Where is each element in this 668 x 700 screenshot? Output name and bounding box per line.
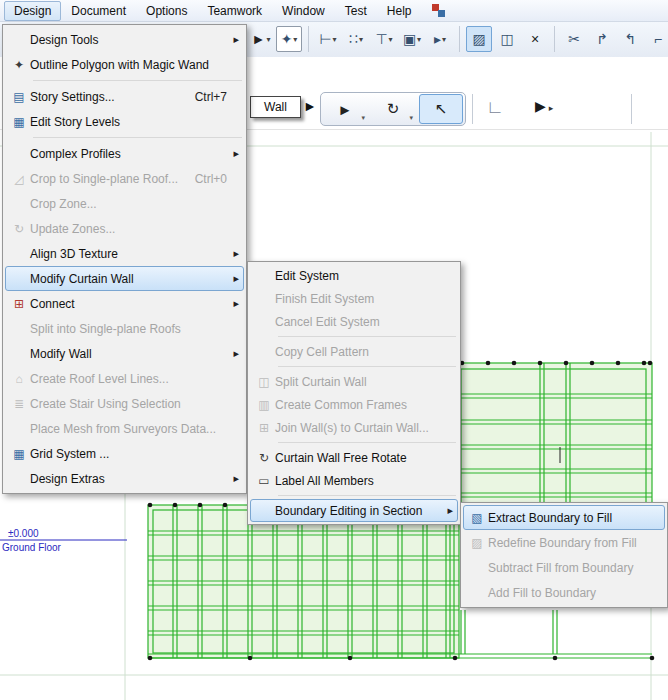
split-tool-button[interactable]: ✂ xyxy=(561,26,587,52)
menu-item-crop-single-plane-roof[interactable]: ◿ Crop to Single-plane Roof... Ctrl+0 xyxy=(5,166,244,191)
menu-item-label: Curtain Wall Free Rotate xyxy=(275,451,407,465)
marker-icon: ⊤ xyxy=(375,31,387,47)
menu-options[interactable]: Options xyxy=(136,1,197,21)
corner-tool-button[interactable]: ⌐ xyxy=(645,26,668,52)
menu-item-label: Split into Single-plane Roofs xyxy=(30,322,181,336)
design-menu: Design Tools ✦ Outline Polygon with Magi… xyxy=(2,24,247,494)
menu-item-label: Connect xyxy=(30,297,75,311)
menu-separator xyxy=(278,495,456,496)
menu-item-label: Story Settings... xyxy=(30,90,115,104)
select-tool-button[interactable]: ► xyxy=(248,26,274,52)
common-frames-icon: ▥ xyxy=(253,398,275,412)
pick-tool-button[interactable]: ↖ xyxy=(419,94,463,124)
menu-item-complex-profiles[interactable]: Complex Profiles xyxy=(5,141,244,166)
menu-item-create-stair[interactable]: ≣ Create Stair Using Selection xyxy=(5,391,244,416)
toolbar-separator xyxy=(459,26,460,52)
more-tool-button[interactable]: ▸ xyxy=(427,26,453,52)
menu-item-label: Align 3D Texture xyxy=(30,247,118,261)
menu-design[interactable]: Design xyxy=(4,1,61,21)
menu-item-boundary-editing-in-section[interactable]: Boundary Editing in Section xyxy=(250,499,458,522)
play-button[interactable]: ▶ xyxy=(535,98,553,114)
menu-item-add-fill-to-boundary[interactable]: Add Fill to Boundary xyxy=(463,580,665,605)
pick-arrow-icon: ↖ xyxy=(435,100,448,118)
teamwork-status-icon[interactable] xyxy=(432,4,445,17)
menu-item-join-walls[interactable]: ⊞ Join Wall(s) to Curtain Wall... xyxy=(250,416,458,439)
menu-item-label: Copy Cell Pattern xyxy=(275,345,369,359)
menu-item-cancel-edit-system[interactable]: Cancel Edit System xyxy=(250,310,458,333)
angle-ref-button[interactable]: ∟ xyxy=(486,97,504,118)
menu-item-copy-cell-pattern[interactable]: Copy Cell Pattern xyxy=(250,340,458,363)
wall-tool-tag[interactable]: Wall xyxy=(250,96,301,118)
menu-item-create-roof-level-lines[interactable]: ⌂ Create Roof Level Lines... xyxy=(5,366,244,391)
menu-item-crop-zone[interactable]: Crop Zone... xyxy=(5,191,244,216)
modify-curtain-wall-submenu: Edit System Finish Edit System Cancel Ed… xyxy=(247,261,461,525)
menu-window[interactable]: Window xyxy=(272,1,335,21)
rotate-tool-button[interactable]: ↻ xyxy=(371,94,415,124)
menu-item-design-tools[interactable]: Design Tools xyxy=(5,27,244,52)
menu-item-label: Edit Story Levels xyxy=(30,115,120,129)
menu-item-label: Cancel Edit System xyxy=(275,315,380,329)
menu-item-redefine-boundary-from-fill[interactable]: ▨ Redefine Boundary from Fill xyxy=(463,530,665,555)
menu-item-split-single-plane-roofs[interactable]: Split into Single-plane Roofs xyxy=(5,316,244,341)
menu-item-extract-boundary-to-fill[interactable]: ▧ Extract Boundary to Fill xyxy=(463,505,665,530)
menu-item-finish-edit-system[interactable]: Finish Edit System xyxy=(250,287,458,310)
menu-item-modify-wall[interactable]: Modify Wall xyxy=(5,341,244,366)
menu-help[interactable]: Help xyxy=(377,1,422,21)
menu-item-split-curtain-wall[interactable]: ◫ Split Curtain Wall xyxy=(250,370,458,393)
menu-item-label: Split Curtain Wall xyxy=(275,375,367,389)
dimension-icon: ⊢ xyxy=(319,31,331,47)
story-settings-icon: ▤ xyxy=(8,90,30,104)
scissors-icon: ✂ xyxy=(568,31,580,47)
menu-item-label: Design Tools xyxy=(30,33,98,47)
label-members-icon: ▭ xyxy=(253,474,275,488)
menu-item-edit-story-levels[interactable]: ▦ Edit Story Levels xyxy=(5,109,244,134)
adjust-arrow-icon: ↱ xyxy=(596,31,608,47)
roof-level-lines-icon: ⌂ xyxy=(8,372,30,386)
menu-item-label: Update Zones... xyxy=(30,222,115,236)
menu-item-subtract-fill-from-boundary[interactable]: Subtract Fill from Boundary xyxy=(463,555,665,580)
grid-text-tool-button[interactable]: ◫ xyxy=(494,26,520,52)
menu-item-label: Label All Members xyxy=(275,474,374,488)
extract-boundary-icon: ▧ xyxy=(466,511,488,525)
menu-item-curtain-wall-free-rotate[interactable]: ↻ Curtain Wall Free Rotate xyxy=(250,446,458,469)
stair-icon: ≣ xyxy=(8,397,30,411)
select-arrow-icon: ► xyxy=(252,31,266,47)
adjust-tool-button[interactable]: ↱ xyxy=(589,26,615,52)
split-curtain-wall-icon: ◫ xyxy=(253,375,275,389)
dimension-tool-button[interactable]: ⊢ xyxy=(315,26,341,52)
menu-item-modify-curtain-wall[interactable]: Modify Curtain Wall xyxy=(5,266,244,291)
menu-item-connect[interactable]: ⊞ Connect xyxy=(5,291,244,316)
magic-wand-icon: ✦ xyxy=(281,31,293,47)
menu-item-label: Finish Edit System xyxy=(275,292,374,306)
menu-item-label-all-members[interactable]: ▭ Label All Members xyxy=(250,469,458,492)
pattern-tool-button[interactable]: ∷ xyxy=(343,26,369,52)
menu-separator xyxy=(33,137,242,138)
menu-item-edit-system[interactable]: Edit System xyxy=(250,264,458,287)
menu-item-label: Create Common Frames xyxy=(275,398,407,412)
menu-item-label: Create Roof Level Lines... xyxy=(30,372,169,386)
menu-test[interactable]: Test xyxy=(335,1,377,21)
menu-item-place-mesh[interactable]: Place Mesh from Surveyors Data... xyxy=(5,416,244,441)
layers-icon: ▣ xyxy=(403,31,416,47)
layers-tool-button[interactable]: ▣ xyxy=(399,26,425,52)
grid-system-icon: ▦ xyxy=(8,447,30,461)
grid-text-icon: ◫ xyxy=(500,31,513,47)
menu-item-label: Create Stair Using Selection xyxy=(30,397,181,411)
menu-item-design-extras[interactable]: Design Extras xyxy=(5,466,244,491)
menu-item-create-common-frames[interactable]: ▥ Create Common Frames xyxy=(250,393,458,416)
trim-tool-button[interactable]: ↰ xyxy=(617,26,643,52)
menu-item-grid-system[interactable]: ▦ Grid System ... xyxy=(5,441,244,466)
menu-item-story-settings[interactable]: ▤ Story Settings... Ctrl+7 xyxy=(5,84,244,109)
marker-tool-button[interactable]: ⊤ xyxy=(371,26,397,52)
hatch-tool-button[interactable]: ▨ xyxy=(466,26,492,52)
menu-teamwork[interactable]: Teamwork xyxy=(197,1,272,21)
menu-item-update-zones[interactable]: ↻ Update Zones... xyxy=(5,216,244,241)
arrow-tool-button[interactable]: ► xyxy=(323,94,367,124)
menu-item-label: Design Extras xyxy=(30,472,105,486)
menu-item-label: Extract Boundary to Fill xyxy=(488,511,612,525)
close-tool-button[interactable]: × xyxy=(522,26,548,52)
magic-wand-tool-button[interactable]: ✦ xyxy=(276,26,302,52)
menu-document[interactable]: Document xyxy=(61,1,136,21)
menu-item-align-3d-texture[interactable]: Align 3D Texture xyxy=(5,241,244,266)
menu-item-outline-polygon[interactable]: ✦ Outline Polygon with Magic Wand xyxy=(5,52,244,77)
